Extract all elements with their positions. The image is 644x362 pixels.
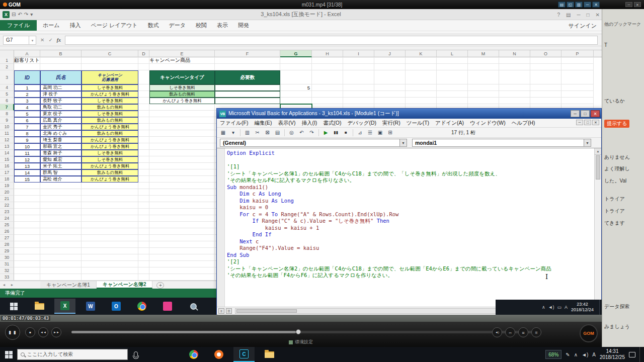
formula-enter-icon[interactable]: ✓	[48, 37, 52, 43]
taskbar-chrome[interactable]	[183, 347, 204, 362]
taskbar-explorer[interactable]	[259, 347, 280, 362]
video-tray-icon-1[interactable]: ◄)	[548, 305, 554, 310]
pause-button[interactable]: ▮ ▮	[5, 325, 20, 340]
vba-titlebar[interactable]: VB Microsoft Visual Basic for Applicatio…	[217, 109, 601, 119]
vba-toolbar-icon-1[interactable]: ▾	[229, 129, 237, 137]
column-header-F[interactable]: F	[215, 50, 280, 57]
cell-E15[interactable]	[149, 156, 215, 163]
formula-input[interactable]	[65, 36, 598, 45]
cell-L6[interactable]	[437, 98, 468, 104]
cell-E9[interactable]	[149, 117, 215, 124]
cell-D16[interactable]	[138, 163, 149, 169]
column-header-I[interactable]: I	[343, 50, 374, 57]
tray-icon-0[interactable]: ✎	[566, 352, 570, 357]
cell-P3[interactable]	[561, 70, 594, 84]
cell-E33[interactable]	[149, 274, 215, 281]
vba-toolbar-icon-8[interactable]: ↷	[307, 129, 316, 137]
cell-C8[interactable]: しそ巻き無料	[82, 111, 138, 117]
insert-function-icon[interactable]: fx	[57, 37, 61, 43]
cell-H4[interactable]	[312, 84, 343, 91]
tray-icon-1[interactable]: ∧	[574, 352, 578, 357]
row-header-27[interactable]: 27	[0, 235, 14, 241]
row-header-18[interactable]: 18	[0, 176, 14, 183]
cell-A24[interactable]	[14, 215, 40, 222]
cell-J3[interactable]	[374, 70, 406, 84]
cell-B27[interactable]	[40, 235, 82, 241]
vba-toolbar-icon-13[interactable]: ☰	[366, 129, 374, 137]
row-header-1[interactable]: 1	[0, 57, 14, 64]
video-taskbar-chrome[interactable]	[131, 299, 152, 314]
cell-A28[interactable]	[14, 241, 40, 248]
code-line-2[interactable]	[227, 157, 593, 164]
cell-E12[interactable]	[149, 137, 215, 143]
cell-E22[interactable]	[149, 202, 215, 209]
cell-B10[interactable]: 金沢 秀子	[40, 124, 82, 130]
column-header-C[interactable]: C	[82, 50, 138, 57]
cell-B3[interactable]: 氏名	[40, 70, 82, 84]
cell-G1[interactable]	[280, 57, 312, 64]
cell-E31[interactable]	[149, 261, 215, 267]
cell-J2[interactable]	[374, 64, 406, 70]
vba-toolbar-icon-10[interactable]: ▮▮	[332, 129, 340, 137]
cell-F4[interactable]	[215, 84, 280, 91]
cell-D18[interactable]	[138, 176, 149, 183]
cell-B22[interactable]	[40, 202, 82, 209]
video-taskbar-start[interactable]	[3, 299, 24, 314]
vba-menu-1[interactable]: 編集(E)	[251, 120, 275, 127]
cell-C4[interactable]: しそ巻き無料	[82, 84, 138, 91]
code-line-8[interactable]: Dim kaisu As Long	[227, 198, 593, 205]
row-header-8[interactable]: 8	[0, 111, 14, 117]
cell-G3[interactable]	[280, 70, 312, 84]
next-button[interactable]: ►►	[51, 327, 61, 337]
cell-D2[interactable]	[138, 64, 149, 70]
vba-menu-7[interactable]: ツール(T)	[404, 120, 432, 127]
cell-I6[interactable]	[343, 98, 374, 104]
cell-D23[interactable]	[138, 209, 149, 215]
cell-E6[interactable]: かんぴょう巻き無料	[149, 98, 215, 104]
vba-toolbar-icon-6[interactable]: ◎	[287, 129, 296, 137]
cell-B15[interactable]: 愛知 威宏	[40, 156, 82, 163]
column-header-A[interactable]: A	[14, 50, 40, 57]
cell-D25[interactable]	[138, 222, 149, 228]
cell-A23[interactable]	[14, 209, 40, 215]
select-all-corner[interactable]	[0, 50, 14, 57]
cell-A6[interactable]: 3	[14, 98, 40, 104]
vba-toolbar-icon-3[interactable]: ✂	[253, 129, 262, 137]
video-tray-icon-0[interactable]: ∧	[542, 305, 545, 310]
cell-D9[interactable]	[138, 117, 149, 124]
cell-D19[interactable]	[138, 183, 149, 189]
cell-C28[interactable]	[82, 241, 138, 248]
cell-D11[interactable]	[138, 130, 149, 137]
cell-L1[interactable]	[437, 57, 468, 64]
cell-E27[interactable]	[149, 235, 215, 241]
cell-D29[interactable]	[138, 248, 149, 254]
cell-C5[interactable]: かんぴょう巻き無料	[82, 91, 138, 98]
vba-toolbar-icon-15[interactable]: ⊞	[386, 129, 394, 137]
cell-D26[interactable]	[138, 228, 149, 235]
cell-D14[interactable]	[138, 150, 149, 156]
panel-icon[interactable]: ▭	[505, 327, 515, 337]
cell-E19[interactable]	[149, 183, 215, 189]
column-header-B[interactable]: B	[40, 50, 82, 57]
cell-F6[interactable]	[215, 98, 280, 104]
cell-D10[interactable]	[138, 124, 149, 130]
cell-C3[interactable]: キャンペーン 応募適用	[82, 70, 138, 84]
video-show-desktop[interactable]	[599, 300, 602, 315]
code-line-15[interactable]: Range("F4").Value = kaisu	[227, 245, 593, 252]
module-close-icon[interactable]: ✕	[592, 120, 599, 125]
sheet-scroll-left-icon[interactable]: ◄	[0, 281, 8, 289]
cell-E26[interactable]	[149, 228, 215, 235]
cell-C22[interactable]	[82, 202, 138, 209]
vba-toolbar-icon-9[interactable]: ▶	[321, 129, 330, 137]
cell-C21[interactable]	[82, 196, 138, 202]
cell-C31[interactable]	[82, 261, 138, 267]
row-header-5[interactable]: 5	[0, 91, 14, 98]
code-line-3[interactable]: '[1]	[227, 163, 593, 170]
procedure-view-icon[interactable]: ≡	[218, 308, 224, 314]
cell-O4[interactable]	[530, 84, 561, 91]
vba-menu-4[interactable]: 書式(O)	[320, 120, 344, 127]
vba-toolbar-icon-2[interactable]: ▥	[243, 129, 252, 137]
row-header-33[interactable]: 33	[0, 274, 14, 281]
other-bookmarks-label[interactable]: 他のブックマーク	[604, 21, 641, 28]
cell-D1[interactable]	[138, 57, 149, 64]
